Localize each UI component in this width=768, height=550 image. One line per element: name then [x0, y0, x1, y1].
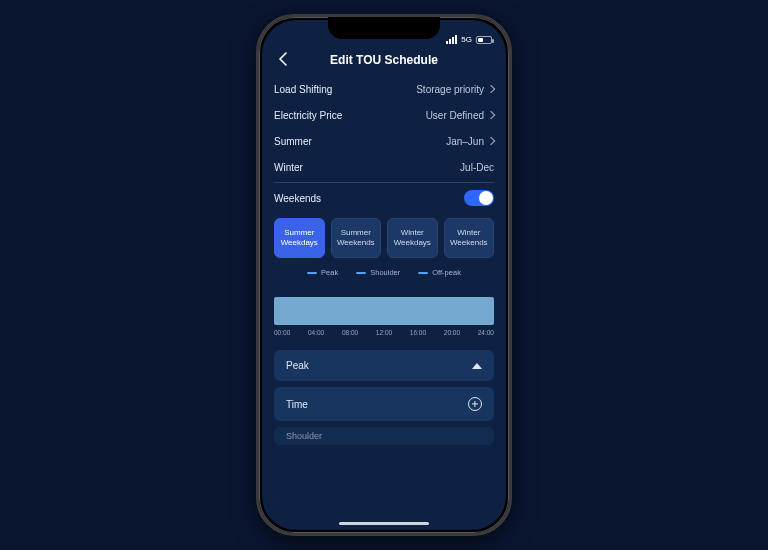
- back-button[interactable]: [274, 50, 292, 68]
- timeline-bar[interactable]: [274, 297, 494, 325]
- network-label: 5G: [461, 35, 472, 44]
- winter-value: Jul-Dec: [460, 162, 494, 173]
- card-time[interactable]: Time: [274, 387, 494, 421]
- collapse-icon: [472, 363, 482, 369]
- row-weekends: Weekends: [274, 182, 494, 210]
- peak-label: Peak: [286, 360, 309, 371]
- period-tabs: SummerWeekdays SummerWeekends WinterWeek…: [274, 218, 494, 258]
- card-shoulder[interactable]: Shoulder: [274, 427, 494, 445]
- header: Edit TOU Schedule: [262, 46, 506, 74]
- weekends-label: Weekends: [274, 193, 321, 204]
- timeline-ticks: 00:00 04:00 08:00 12:00 16:00 20:00 24:0…: [274, 329, 494, 336]
- row-winter[interactable]: Winter Jul-Dec: [274, 154, 494, 180]
- tab-winter-weekends[interactable]: WinterWeekends: [444, 218, 495, 258]
- row-electricity-price[interactable]: Electricity Price User Defined: [274, 102, 494, 128]
- chevron-right-icon: [487, 137, 495, 145]
- content: Load Shifting Storage priority Electrici…: [262, 74, 506, 530]
- summer-value: Jan–Jun: [446, 136, 484, 147]
- tab-summer-weekends[interactable]: SummerWeekends: [331, 218, 382, 258]
- row-load-shifting[interactable]: Load Shifting Storage priority: [274, 76, 494, 102]
- screen: 5G Edit TOU Schedule Load Shifting Stora…: [262, 20, 506, 530]
- signal-icon: [446, 35, 457, 44]
- load-shifting-label: Load Shifting: [274, 84, 332, 95]
- notch: [328, 17, 440, 39]
- phone-frame: 5G Edit TOU Schedule Load Shifting Stora…: [256, 14, 512, 536]
- card-peak[interactable]: Peak: [274, 350, 494, 381]
- weekends-toggle[interactable]: [464, 190, 494, 206]
- row-summer[interactable]: Summer Jan–Jun: [274, 128, 494, 154]
- legend-peak: Peak: [307, 268, 338, 277]
- shoulder-label: Shoulder: [286, 431, 322, 441]
- tab-winter-weekdays[interactable]: WinterWeekdays: [387, 218, 438, 258]
- timeline: 00:00 04:00 08:00 12:00 16:00 20:00 24:0…: [274, 297, 494, 336]
- electricity-price-value: User Defined: [426, 110, 484, 121]
- summer-label: Summer: [274, 136, 312, 147]
- time-label: Time: [286, 399, 308, 410]
- chevron-right-icon: [487, 111, 495, 119]
- chevron-right-icon: [487, 85, 495, 93]
- battery-icon: [476, 36, 492, 44]
- chevron-left-icon: [274, 50, 292, 68]
- add-icon: [468, 397, 482, 411]
- page-title: Edit TOU Schedule: [330, 53, 438, 67]
- tab-summer-weekdays[interactable]: SummerWeekdays: [274, 218, 325, 258]
- legend: Peak Shoulder Off-peak: [274, 268, 494, 277]
- winter-label: Winter: [274, 162, 303, 173]
- load-shifting-value: Storage priority: [416, 84, 484, 95]
- legend-shoulder: Shoulder: [356, 268, 400, 277]
- electricity-price-label: Electricity Price: [274, 110, 342, 121]
- home-indicator[interactable]: [339, 522, 429, 525]
- legend-offpeak: Off-peak: [418, 268, 461, 277]
- cards: Peak Time Shoulder: [274, 350, 494, 445]
